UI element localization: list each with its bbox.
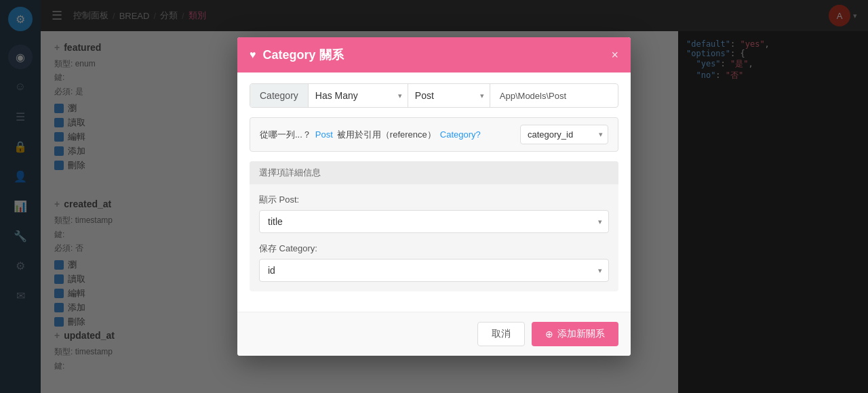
heart-icon: ♥ [250,49,256,61]
cancel-button[interactable]: 取消 [477,322,525,346]
save-select-wrapper: id title slug ▾ [259,259,609,282]
display-select-wrapper: title id slug name ▾ [259,210,609,233]
modal-footer: 取消 ⊕ 添加新關系 [237,312,631,356]
display-post-row: 顯示 Post: title id slug name ▾ [259,194,609,233]
modal-title: Category 關系 [263,47,605,63]
modal-body: Category Has Many Has One Belongs To Bel… [237,73,631,312]
ref-post: Post [315,129,333,140]
relationship-type-select-wrapper: Has Many Has One Belongs To Belongs To M… [309,84,408,107]
modal-header: ♥ Category 關系 × [237,37,631,73]
save-category-select[interactable]: id title slug [259,259,609,282]
add-label: 添加新關系 [557,328,605,340]
ref-text-1: 從哪一列...？ [260,129,311,141]
relationship-type-row: Category Has Many Has One Belongs To Bel… [250,83,618,108]
relationship-type-select[interactable]: Has Many Has One Belongs To Belongs To M… [309,84,408,107]
detail-section-header: 選擇項詳細信息 [250,161,618,184]
modal-close-button[interactable]: × [611,49,618,61]
save-label: 保存 Category: [259,243,609,255]
display-post-select[interactable]: title id slug name [259,210,609,233]
ref-category: Category? [440,129,481,140]
source-label: Category [250,84,309,107]
display-label: 顯示 Post: [259,194,609,206]
save-category-row: 保存 Category: id title slug ▾ [259,243,609,282]
target-model-select[interactable]: Post Category User [408,84,490,107]
ref-column-select-wrapper: category_id id title ▾ [520,125,608,144]
add-relationship-button[interactable]: ⊕ 添加新關系 [532,322,618,346]
ref-text-2: 被用於引用（reference） [337,129,436,141]
model-path: App\Models\Post [490,85,618,107]
reference-row: 從哪一列...？ Post 被用於引用（reference） Category?… [250,117,618,152]
plus-icon-add: ⊕ [545,329,553,339]
modal: ♥ Category 關系 × Category Has Many Has On… [237,37,631,356]
modal-overlay: ♥ Category 關系 × Category Has Many Has On… [0,0,868,393]
target-model-select-wrapper: Post Category User ▾ [408,84,490,107]
ref-column-select[interactable]: category_id id title [520,125,608,144]
detail-section-body: 顯示 Post: title id slug name ▾ [250,184,618,291]
detail-section: 選擇項詳細信息 顯示 Post: title id slug name [250,161,618,291]
